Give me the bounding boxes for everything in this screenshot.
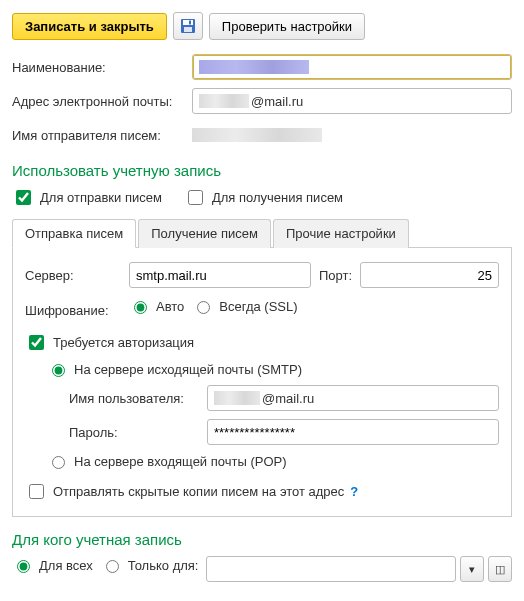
encryption-label: Шифрование:: [25, 303, 121, 318]
lbl-enc-ssl: Всегда (SSL): [219, 299, 297, 314]
lbl-send-bcc: Отправлять скрытые копии писем на этот а…: [53, 484, 344, 499]
toolbar: Записать и закрыть Проверить настройки: [12, 12, 512, 40]
row-send-bcc: Отправлять скрытые копии писем на этот а…: [25, 481, 499, 502]
radio-auth-smtp[interactable]: [52, 364, 65, 377]
chk-auth-required[interactable]: [29, 335, 44, 350]
radio-for-all[interactable]: [17, 560, 30, 573]
row-auth-required: Требуется авторизация: [25, 332, 499, 353]
save-and-close-button[interactable]: Записать и закрыть: [12, 13, 167, 40]
tab-other[interactable]: Прочие настройки: [273, 219, 409, 248]
email-label: Адрес электронной почты:: [12, 94, 192, 109]
radio-auth-smtp-wrap[interactable]: На сервере исходящей почты (SMTP): [47, 361, 499, 377]
name-value-obscured: [199, 60, 309, 74]
combo-open-button[interactable]: ◫: [488, 556, 512, 582]
lbl-auth-pop: На сервере входящей почты (POP): [74, 454, 287, 469]
smtp-creds: Имя пользователя: @mail.ru Пароль:: [47, 385, 499, 445]
save-button[interactable]: [173, 12, 203, 40]
tab-panel-sending: Сервер: Порт: Шифрование: Авто Всегда (S…: [12, 248, 512, 517]
port-input[interactable]: [360, 262, 499, 288]
radio-auth-pop-wrap[interactable]: На сервере входящей почты (POP): [47, 453, 499, 469]
lbl-for-receiving: Для получения писем: [212, 190, 343, 205]
sender-name-label: Имя отправителя писем:: [12, 128, 192, 143]
only-for-combo[interactable]: [206, 556, 456, 582]
audience-title: Для кого учетная запись: [12, 531, 512, 548]
svg-rect-1: [183, 20, 193, 25]
email-input[interactable]: @mail.ru: [192, 88, 512, 114]
row-username: Имя пользователя: @mail.ru: [69, 385, 499, 411]
chevron-down-icon: ▾: [469, 563, 475, 576]
only-for-combo-wrap: ▾ ◫: [206, 556, 512, 582]
check-settings-button[interactable]: Проверить настройки: [209, 13, 365, 40]
auth-sub-block: На сервере исходящей почты (SMTP) Имя по…: [25, 361, 499, 469]
radio-only-for[interactable]: [106, 560, 119, 573]
radio-enc-ssl-wrap[interactable]: Всегда (SSL): [192, 298, 297, 314]
password-label: Пароль:: [69, 425, 199, 440]
lbl-auth-smtp: На сервере исходящей почты (SMTP): [74, 362, 302, 377]
username-prefix-obscured: [214, 391, 260, 405]
radio-for-all-wrap[interactable]: Для всех: [12, 557, 93, 573]
help-icon[interactable]: ?: [350, 484, 358, 499]
sender-name-value: [192, 122, 512, 148]
floppy-icon: [180, 18, 196, 34]
row-sender-name: Имя отправителя писем:: [12, 122, 512, 148]
tabs: Отправка писем Получение писем Прочие на…: [12, 218, 512, 248]
chk-for-receiving[interactable]: [188, 190, 203, 205]
svg-rect-2: [184, 27, 192, 32]
name-input[interactable]: [192, 54, 512, 80]
row-name: Наименование:: [12, 54, 512, 80]
use-account-checks: Для отправки писем Для получения писем: [12, 187, 512, 208]
sender-name-obscured: [192, 128, 322, 142]
lbl-auth-required: Требуется авторизация: [53, 335, 194, 350]
chk-send-bcc[interactable]: [29, 484, 44, 499]
tab-receiving[interactable]: Получение писем: [138, 219, 271, 248]
radio-enc-auto[interactable]: [134, 301, 147, 314]
row-encryption: Шифрование: Авто Всегда (SSL): [25, 298, 499, 322]
row-password: Пароль:: [69, 419, 499, 445]
lbl-for-sending: Для отправки писем: [40, 190, 162, 205]
row-server: Сервер: Порт:: [25, 262, 499, 288]
server-input[interactable]: [129, 262, 311, 288]
lbl-enc-auto: Авто: [156, 299, 184, 314]
username-label: Имя пользователя:: [69, 391, 199, 406]
row-email: Адрес электронной почты: @mail.ru: [12, 88, 512, 114]
radio-enc-auto-wrap[interactable]: Авто: [129, 298, 184, 314]
radio-enc-ssl[interactable]: [197, 301, 210, 314]
svg-rect-3: [189, 21, 191, 25]
tab-sending[interactable]: Отправка писем: [12, 219, 136, 248]
password-input[interactable]: [207, 419, 499, 445]
radio-only-for-wrap[interactable]: Только для:: [101, 557, 199, 573]
email-prefix-obscured: [199, 94, 249, 108]
lbl-for-all: Для всех: [39, 558, 93, 573]
chk-for-sending[interactable]: [16, 190, 31, 205]
use-account-title: Использовать учетную запись: [12, 162, 512, 179]
username-input[interactable]: @mail.ru: [207, 385, 499, 411]
name-label: Наименование:: [12, 60, 192, 75]
server-label: Сервер:: [25, 268, 121, 283]
combo-dropdown-button[interactable]: ▾: [460, 556, 484, 582]
row-audience: Для всех Только для: ▾ ◫: [12, 556, 512, 582]
open-external-icon: ◫: [495, 563, 505, 576]
email-suffix: @mail.ru: [251, 94, 303, 109]
lbl-only-for: Только для:: [128, 558, 199, 573]
radio-auth-pop[interactable]: [52, 456, 65, 469]
port-label: Порт:: [319, 268, 352, 283]
username-suffix: @mail.ru: [262, 391, 314, 406]
